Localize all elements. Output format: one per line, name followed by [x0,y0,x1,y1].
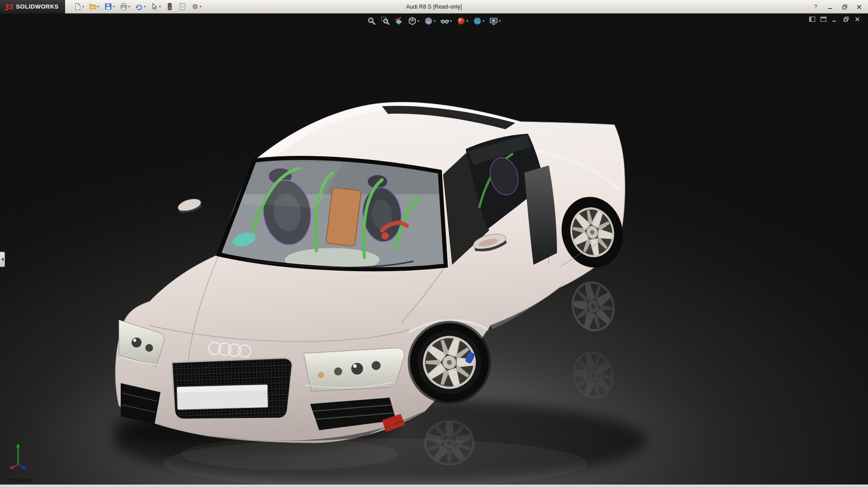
options-icon [191,3,199,10]
save-button[interactable]: ▾ [102,1,117,13]
doc-close-icon [854,16,861,24]
main-toolbar: ▾▾▾▾▾▾▾ [71,1,204,13]
document-window-controls [807,15,862,25]
dropdown-arrow-icon[interactable]: ▾ [113,5,115,9]
front-wheel[interactable] [408,321,491,404]
hide-show-items-button[interactable]: ▾ [439,15,453,26]
orientation-triad[interactable] [8,437,36,473]
select-button[interactable]: ▾ [148,1,163,13]
doc-pane-b-icon [820,16,827,24]
doc-close-button[interactable] [853,15,862,25]
side-mirror-left[interactable] [177,197,203,215]
dropdown-arrow-icon[interactable]: ▾ [450,19,452,23]
view-orientation-label: *Dimetric [8,477,32,484]
dropdown-arrow-icon[interactable]: ▾ [467,19,468,23]
new-document-button[interactable]: ▾ [71,1,86,13]
apply-scene-button[interactable]: ▾ [472,15,486,26]
dropdown-arrow-icon[interactable]: ▾ [483,19,485,23]
minimize-icon [827,4,833,10]
close-icon [856,4,862,10]
dassault-logo-icon: ƷS [5,3,13,10]
undo-icon [135,3,143,10]
dropdown-arrow-icon[interactable]: ▾ [128,5,130,9]
window-title: Audi R8 S [Read-only] [406,4,462,10]
rebuild-button[interactable] [164,1,176,13]
view-orientation-icon [408,17,416,25]
view-settings-button[interactable]: ▾ [488,15,503,26]
collapse-arrow-icon [1,258,4,261]
graphics-viewport[interactable]: ▾▾▾▾▾▾ [0,14,868,484]
edit-appearance-button[interactable]: ▾ [455,15,470,26]
solidworks-logo: ƷS SOLIDWORKS [0,0,65,14]
status-bar [0,484,868,488]
display-style-button[interactable]: ▾ [422,15,437,26]
edit-appearance-icon [457,17,466,25]
doc-pane-a-icon [809,16,816,24]
restore-button[interactable] [838,2,851,12]
undo-button[interactable]: ▾ [133,1,148,13]
doc-restore-button[interactable] [841,15,851,25]
print-icon [120,3,127,10]
doc-pane-b-button[interactable] [819,15,828,25]
select-icon [151,3,158,10]
options-button[interactable]: ▾ [189,1,204,13]
app-name: SOLIDWORKS [16,3,59,10]
new-document-icon [74,3,81,10]
open-icon [89,3,97,10]
file-properties-button[interactable] [176,1,189,13]
help-button[interactable]: ? [809,2,822,12]
heads-up-view-toolbar: ▾▾▾▾▾▾ [365,15,502,26]
minimize-button[interactable] [824,2,836,12]
car-model-render[interactable] [0,14,868,484]
hide-show-items-icon [440,17,449,25]
dropdown-arrow-icon[interactable]: ▾ [200,5,202,9]
zoom-to-fit-button[interactable] [365,15,377,26]
zoom-to-area-icon [381,17,389,25]
rebuild-icon [166,3,174,10]
file-properties-icon [179,3,186,10]
save-icon [104,3,112,10]
title-bar: ƷS SOLIDWORKS ▾▾▾▾▾▾▾ Audi R8 S [Read-on… [0,0,868,14]
windshield[interactable] [217,158,448,272]
apply-scene-icon [473,17,482,25]
doc-minimize-button[interactable] [830,15,840,25]
dropdown-arrow-icon[interactable]: ▾ [499,19,501,23]
dropdown-arrow-icon[interactable]: ▾ [434,19,435,23]
dropdown-arrow-icon[interactable]: ▾ [159,5,161,9]
dropdown-arrow-icon[interactable]: ▾ [144,5,146,9]
license-plate [177,385,268,409]
window-controls: ? [809,0,865,14]
doc-pane-a-button[interactable] [807,15,817,25]
view-settings-icon [490,17,498,25]
view-orientation-button[interactable]: ▾ [406,15,421,26]
featuremanager-flyout-tab[interactable] [0,252,5,267]
section-view-button[interactable] [392,15,405,26]
doc-restore-icon [843,16,849,24]
section-view-icon [394,17,403,25]
display-style-icon [424,17,433,25]
doc-minimize-icon [831,16,838,24]
dropdown-arrow-icon[interactable]: ▾ [98,5,99,9]
close-button[interactable] [853,2,865,12]
dropdown-arrow-icon[interactable]: ▾ [417,19,419,23]
open-button[interactable]: ▾ [87,1,102,13]
zoom-to-fit-icon [367,17,376,25]
zoom-to-area-button[interactable] [379,15,391,26]
print-button[interactable]: ▾ [118,1,132,13]
restore-icon [842,4,848,10]
dropdown-arrow-icon[interactable]: ▾ [82,5,84,9]
